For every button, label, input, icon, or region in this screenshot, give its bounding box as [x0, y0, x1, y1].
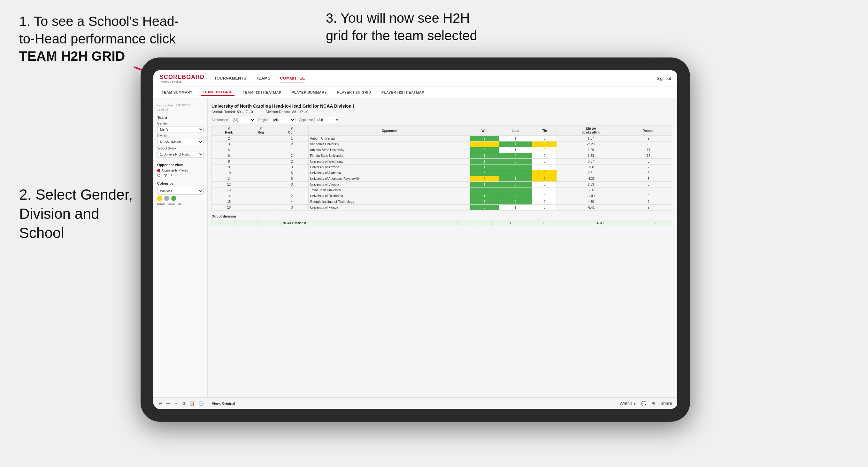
td-loss: 1: [499, 136, 532, 142]
sub-nav-player-h2h-grid[interactable]: PLAYER H2H GRID: [335, 89, 373, 95]
td-rank: 13: [212, 187, 246, 193]
td-conf: 2: [275, 153, 308, 159]
td-loss: 0: [499, 170, 532, 176]
th-tie: Tie: [532, 126, 557, 136]
division-label: Division: [157, 134, 204, 138]
annotation-3-line2: grid for the team selected: [326, 28, 477, 43]
od-rank: [212, 220, 235, 226]
comment-button[interactable]: 💬: [641, 401, 646, 406]
td-opponent: Vanderbilt University: [308, 142, 470, 147]
grid-records: Overall Record: 89 - 17 - 0 Division Rec…: [212, 110, 672, 114]
td-conf: 4: [275, 199, 308, 205]
colour-dot-level: [164, 196, 169, 201]
sub-nav-player-summary[interactable]: PLAYER SUMMARY: [290, 89, 329, 95]
school-select[interactable]: 1. University of Nort...: [157, 151, 204, 158]
opponent-label: Opponent: [299, 118, 313, 122]
opponent-filter[interactable]: (All): [314, 117, 340, 123]
td-win: 1: [470, 164, 499, 170]
redo-button[interactable]: ↪: [166, 401, 170, 406]
td-win: 5: [470, 199, 499, 205]
td-tie: 0: [532, 147, 557, 153]
nav-item-teams[interactable]: TEAMS: [256, 74, 271, 83]
th-rank: #Rank: [212, 126, 246, 136]
division-select[interactable]: NCAA Division I NCAA Division II NCAA Di…: [157, 138, 204, 145]
td-loss: 1: [499, 205, 532, 211]
nav-item-committee[interactable]: COMMITTEE: [280, 74, 305, 83]
annotation-1-line2: to-Head performance click: [19, 31, 176, 46]
sub-nav: TEAM SUMMARY TEAM H2H GRID TEAM H2H HEAT…: [153, 87, 677, 98]
td-reg: [246, 193, 275, 199]
td-loss: 0: [499, 187, 532, 193]
colour-title: Colour by: [157, 181, 204, 185]
last-updated: Last Updated: 27/03/2024 16:55:38: [157, 103, 204, 112]
colour-dot-up: [171, 196, 176, 201]
radio-opponents-played[interactable]: Opponents Played: [157, 169, 204, 172]
out-division-row: NCAA Division II 1 0 0 26.00 3: [212, 220, 672, 226]
td-reg: [246, 159, 275, 164]
td-win: 3: [470, 170, 499, 176]
undo-button[interactable]: ↩: [158, 401, 162, 406]
watch-button[interactable]: Watch ▾: [620, 401, 636, 406]
filter-region-group: Region (All): [258, 117, 296, 123]
td-diff: -1.00: [557, 193, 625, 199]
td-diff: -2.29: [557, 142, 625, 147]
td-win: 0: [470, 142, 499, 147]
sub-nav-team-h2h-grid[interactable]: TEAM H2H GRID: [201, 89, 235, 96]
sub-nav-team-h2h-heatmap[interactable]: TEAM H2H HEATMAP: [241, 89, 283, 95]
overall-record: Overall Record: 89 - 17 - 0: [212, 110, 253, 114]
share-button[interactable]: Share: [660, 401, 672, 406]
td-conf: 1: [275, 136, 308, 142]
filter-opponent-group: Opponent (All): [299, 117, 340, 123]
table-row: 3 2 Vanderbilt University 0 4 0 -2.29 8: [212, 142, 672, 147]
radio-top100-dot: [157, 174, 160, 177]
clock-button[interactable]: 🕐: [198, 401, 204, 406]
td-diff: 1.67: [557, 136, 625, 142]
td-rounds: 9: [625, 187, 672, 193]
filter-conference-group: Conference (All): [212, 117, 255, 123]
gender-select[interactable]: Men's Women's: [157, 126, 204, 133]
paste-button[interactable]: 📋: [189, 401, 194, 406]
table-row: 4 1 Arizona State University 5 1 0 2.29 …: [212, 147, 672, 153]
sub-nav-team-summary[interactable]: TEAM SUMMARY: [160, 89, 194, 95]
grid-button[interactable]: ⊞: [651, 401, 655, 406]
sub-nav-player-h2h-heatmap[interactable]: PLAYER H2H HEATMAP: [379, 89, 426, 95]
td-loss: 0: [499, 182, 532, 187]
od-reg: [235, 220, 258, 226]
td-win: 1: [470, 182, 499, 187]
conference-filter[interactable]: (All): [230, 117, 255, 123]
td-diff: 2.61: [557, 170, 625, 176]
td-win: 0: [470, 176, 499, 182]
annotation-1-line1: 1. To see a School's Head-: [19, 14, 179, 29]
th-win: Win: [470, 126, 499, 136]
th-diff: Diff AvStrokes/Rnd: [557, 126, 625, 136]
td-rank: 9: [212, 164, 246, 170]
nav-item-tournaments[interactable]: TOURNAMENTS: [214, 74, 246, 83]
annotation-2-line2: Division and: [19, 206, 99, 222]
od-win: 1: [458, 220, 492, 226]
copy-button[interactable]: ⧉: [182, 401, 185, 406]
table-row: 14 2 University of Oklahoma 1 2 0 -1.00 …: [212, 193, 672, 199]
td-loss: 2: [499, 193, 532, 199]
td-opponent: University of Washington: [308, 159, 470, 164]
td-reg: [246, 153, 275, 159]
td-rank: 10: [212, 170, 246, 176]
td-opponent: Auburn University: [308, 136, 470, 142]
logo-text: SCOREBOARD: [160, 74, 205, 81]
td-conf: 2: [275, 193, 308, 199]
nav-items: TOURNAMENTS TEAMS COMMITTEE: [214, 74, 657, 83]
sidebar: Last Updated: 27/03/2024 16:55:38 Team G…: [153, 98, 208, 397]
sign-out-button[interactable]: Sign out: [657, 76, 671, 81]
region-filter[interactable]: (All): [270, 117, 296, 123]
td-rounds: 9: [625, 205, 672, 211]
td-rounds: 2: [625, 164, 672, 170]
back-button[interactable]: ←: [174, 401, 178, 406]
td-rank: 6: [212, 153, 246, 159]
td-conf: 1: [275, 147, 308, 153]
table-row: 10 5 University of Alabama 3 0 0 2.61 8: [212, 170, 672, 176]
td-conf: 3: [275, 205, 308, 211]
radio-top100[interactable]: Top 100: [157, 174, 204, 177]
colour-select[interactable]: Win/loss: [157, 188, 204, 194]
td-opponent: Arizona State University: [308, 147, 470, 153]
td-loss: 1: [499, 176, 532, 182]
od-diff: 26.00: [562, 220, 637, 226]
